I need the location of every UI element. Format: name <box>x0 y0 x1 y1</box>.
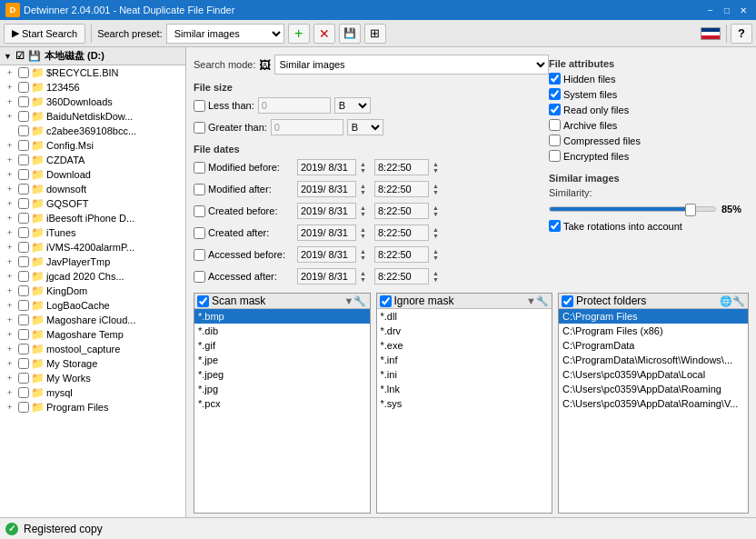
tree-checkbox[interactable] <box>18 169 29 180</box>
tree-checkbox[interactable] <box>18 125 29 136</box>
similarity-slider-track[interactable] <box>549 206 716 212</box>
tree-item-123456[interactable]: + 📁 123456 <box>0 80 185 95</box>
less-than-checkbox[interactable] <box>194 100 205 112</box>
scan-mask-list[interactable]: *.bmp *.dib *.gif *.jpe *.jpeg *.jpg *.p… <box>194 309 370 513</box>
read-only-files-checkbox[interactable] <box>549 104 561 115</box>
tree-item-downsoft[interactable]: + 📁 downsoft <box>0 182 185 196</box>
ignore-mask-item-drv[interactable]: *.drv <box>377 324 552 338</box>
tree-item-mostool[interactable]: + 📁 mostool_capture <box>0 342 185 356</box>
take-rotations-label[interactable]: Take rotations into account <box>549 220 749 232</box>
protect-folders-icons[interactable]: 🌐🔧 <box>720 295 745 307</box>
created-before-time-spin[interactable]: ▲▼ <box>433 205 443 217</box>
less-than-input[interactable] <box>258 97 331 114</box>
add-preset-button[interactable]: + <box>288 24 310 44</box>
created-before-time[interactable] <box>374 203 429 219</box>
scan-mask-filter-icon[interactable]: ▼🔧 <box>344 295 367 307</box>
ignore-mask-item-inf[interactable]: *.inf <box>377 353 552 367</box>
hidden-files-label[interactable]: Hidden files <box>549 73 749 85</box>
created-before-date-spin[interactable]: ▲▼ <box>360 205 371 217</box>
greater-than-input[interactable] <box>271 119 343 135</box>
scan-mask-item-dib[interactable]: *.dib <box>194 324 370 338</box>
protect-item-appdata-local[interactable]: C:\Users\pc0359\AppData\Local <box>559 367 748 382</box>
similarity-slider-thumb[interactable] <box>685 204 696 216</box>
tree-item-logbaocache[interactable]: + 📁 LogBaoCache <box>0 298 185 313</box>
ignore-mask-filter-icon[interactable]: ▼🔧 <box>526 295 549 307</box>
modified-after-time[interactable] <box>374 181 429 197</box>
help-button[interactable]: ? <box>731 24 752 44</box>
ignore-mask-item-lnk[interactable]: *.lnk <box>377 382 552 396</box>
created-before-date[interactable] <box>297 203 356 219</box>
modified-before-time[interactable] <box>374 159 429 175</box>
remove-preset-button[interactable]: ✕ <box>313 24 335 44</box>
tree-item-magoshare-icloud[interactable]: + 📁 Magoshare iCloud... <box>0 313 185 327</box>
created-after-checkbox[interactable] <box>194 227 205 239</box>
tree-checkbox[interactable] <box>18 271 29 282</box>
scan-mask-item-jpg[interactable]: *.jpg <box>194 382 370 396</box>
accessed-before-time[interactable] <box>374 246 429 263</box>
encrypted-files-label[interactable]: Encrypted files <box>549 150 749 162</box>
tree-checkbox[interactable] <box>18 314 29 325</box>
encrypted-files-checkbox[interactable] <box>549 150 561 162</box>
tree-item-program-files[interactable]: + 📁 Program Files <box>0 400 185 414</box>
greater-than-label[interactable]: Greater than: <box>194 122 267 134</box>
minimize-button[interactable]: − <box>703 3 718 17</box>
take-rotations-checkbox[interactable] <box>549 220 561 232</box>
scan-mask-item-bmp[interactable]: *.bmp <box>194 309 370 324</box>
accessed-after-label[interactable]: Accessed after: <box>194 271 293 283</box>
tree-item-czdata[interactable]: + 📁 CZDATA <box>0 153 185 167</box>
tree-checkbox[interactable] <box>18 198 29 209</box>
modified-after-date[interactable] <box>297 181 356 197</box>
close-button[interactable]: ✕ <box>736 3 751 17</box>
protect-item-program-files-x86[interactable]: C:\Program Files (x86) <box>559 324 748 338</box>
tree-checkbox[interactable] <box>18 387 29 398</box>
drive-checkbox[interactable]: ☑ <box>15 50 25 62</box>
start-search-button[interactable]: ▶ Start Search <box>4 24 85 44</box>
ignore-mask-item-ini[interactable]: *.ini <box>377 367 552 382</box>
modified-before-label[interactable]: Modified before: <box>194 162 293 174</box>
scan-mask-item-jpeg[interactable]: *.jpeg <box>194 367 370 382</box>
tree-item-baidu[interactable]: + 📁 BaiduNetdiskDow... <box>0 109 185 124</box>
save-preset-button[interactable]: 💾 <box>339 24 361 44</box>
created-after-date-spin[interactable]: ▲▼ <box>360 226 371 239</box>
tree-checkbox[interactable] <box>18 111 29 122</box>
ignore-mask-checkbox[interactable] <box>380 295 392 307</box>
read-only-files-label[interactable]: Read only files <box>549 104 749 115</box>
archive-files-label[interactable]: Archive files <box>549 119 749 131</box>
tree-checkbox[interactable] <box>18 285 29 296</box>
created-after-label[interactable]: Created after: <box>194 227 293 239</box>
modified-after-time-spin[interactable]: ▲▼ <box>433 183 443 195</box>
tree-checkbox[interactable] <box>18 358 29 369</box>
protect-folders-checkbox[interactable] <box>562 295 573 307</box>
greater-than-checkbox[interactable] <box>194 122 205 134</box>
created-before-label[interactable]: Created before: <box>194 205 293 217</box>
tree-item-kingdom[interactable]: + 📁 KingDom <box>0 284 185 298</box>
tree-checkbox[interactable] <box>18 329 29 340</box>
tree-checkbox[interactable] <box>18 373 29 384</box>
tree-checkbox[interactable] <box>18 96 29 107</box>
modified-before-time-spin[interactable]: ▲▼ <box>433 161 443 174</box>
tree-checkbox[interactable] <box>18 140 29 151</box>
tree-checkbox[interactable] <box>18 344 29 354</box>
archive-files-checkbox[interactable] <box>549 119 561 131</box>
created-before-checkbox[interactable] <box>194 205 205 217</box>
tree-checkbox[interactable] <box>18 242 29 253</box>
tree-item-recycle[interactable]: + 📁 $RECYCLE.BIN <box>0 65 185 80</box>
tree-item-jgcad[interactable]: + 📁 jgcad 2020 Chs... <box>0 269 185 284</box>
system-files-checkbox[interactable] <box>549 88 561 100</box>
tree-item-download[interactable]: + 📁 Download <box>0 167 185 182</box>
tree-item-config[interactable]: + 📁 Config.Msi <box>0 138 185 153</box>
scan-mask-item-jpe[interactable]: *.jpe <box>194 353 370 367</box>
protect-folders-list[interactable]: C:\Program Files C:\Program Files (x86) … <box>559 309 748 513</box>
grid-button[interactable]: ⊞ <box>364 24 386 44</box>
accessed-before-time-spin[interactable]: ▲▼ <box>433 248 443 261</box>
greater-than-unit[interactable]: BKBMB <box>347 119 383 135</box>
protect-item-programdata[interactable]: C:\ProgramData <box>559 338 748 353</box>
protect-item-program-files[interactable]: C:\Program Files <box>559 309 748 324</box>
hidden-files-checkbox[interactable] <box>549 73 561 85</box>
less-than-label[interactable]: Less than: <box>194 100 254 112</box>
scan-mask-item-gif[interactable]: *.gif <box>194 338 370 353</box>
tree-checkbox[interactable] <box>18 67 29 78</box>
compressed-files-label[interactable]: Compressed files <box>549 135 749 146</box>
preset-select[interactable]: Similar images Duplicate files Custom <box>166 24 284 44</box>
tree-item-mysql[interactable]: + 📁 mysql <box>0 385 185 400</box>
